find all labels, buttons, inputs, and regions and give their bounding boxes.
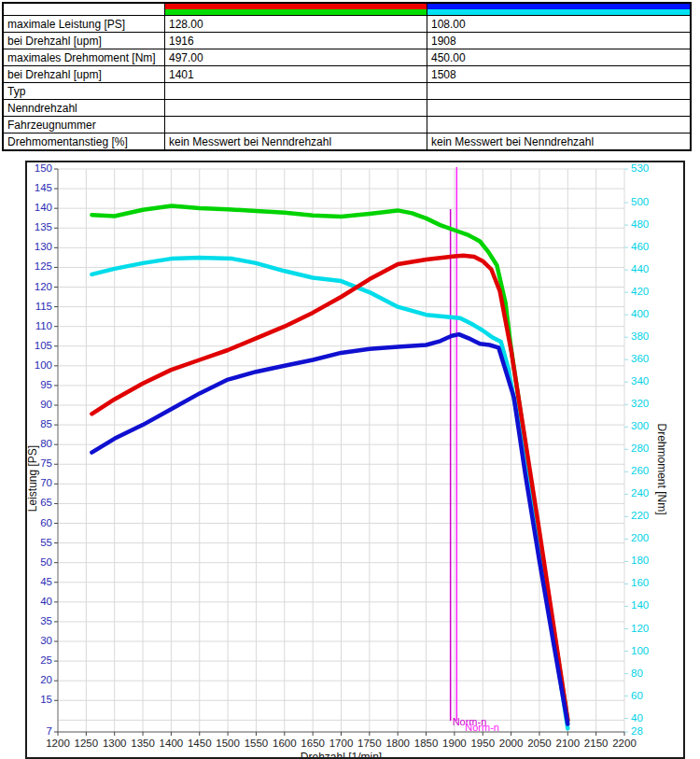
x-tick-label: 1450 [188,738,212,749]
legend-run1 [165,3,427,16]
dyno-chart-panel: 1520253035404550556065707580859095100105… [25,161,685,759]
y-left-tick-label: 120 [35,281,52,292]
run1-value: 1401 [165,66,427,83]
y-right-tick-label: 320 [631,398,649,409]
dyno-chart: 1520253035404550556065707580859095100105… [27,162,683,757]
y-left-tick-label: 140 [35,202,52,213]
run1-value: 497.00 [165,49,427,66]
x-tick-label: 1350 [131,738,155,749]
y-right-tick-label: 340 [631,375,649,387]
y-left-tick-label: 130 [35,241,52,252]
x-tick-label: 1800 [385,738,410,749]
y-left-tick-label: 110 [35,320,52,331]
run2-value: 108.00 [427,16,692,33]
y-left-axis-title: Leistung [PS] [27,445,39,512]
y-left-tick-label: 80 [40,438,52,449]
x-tick-label: 1300 [103,738,127,749]
y-right-tick-label: 400 [631,308,649,319]
row-label: Drehmomentanstieg [%] [3,134,165,151]
y-left-tick-label: 70 [40,477,52,488]
y-right-tick-label: 420 [631,286,649,297]
y-left-tick-label: 50 [40,556,52,568]
y-left-tick-label: 60 [40,517,52,528]
table-row: maximales Drehmoment [Nm]497.00450.00 [3,49,691,66]
x-tick-label: 1600 [273,738,297,749]
x-tick-label: 2050 [527,738,552,749]
torque-run2-curve [91,258,567,729]
table-row: bei Drehzahl [upm]19161908 [3,33,691,49]
legend-empty-cell [3,3,165,16]
y-right-tick-label: 260 [631,465,649,476]
x-tick-label: 1200 [46,738,70,749]
legend-run1-torque-bar [165,9,427,15]
x-tick-label: 2200 [612,738,637,749]
x-tick-label: 1900 [442,738,467,749]
y-right-tick-label: 120 [631,623,649,634]
y-left-tick-label: 55 [40,537,52,548]
y-left-tick-label: 125 [35,260,52,272]
y-left-tick-label: 45 [40,576,52,587]
x-axis-title: Drehzahl [1/min] [301,751,382,757]
y-right-tick-label: 220 [631,510,649,521]
table-row: Nenndrehzahl [3,100,691,117]
row-label: Nenndrehzahl [3,100,165,117]
y-left-tick-label: 100 [35,359,52,371]
run2-value: 1508 [427,66,692,83]
y-right-tick-label: 240 [631,487,649,499]
run1-value [165,117,427,134]
run2-value: 1908 [427,33,692,49]
y-left-tick-label: 35 [40,615,52,626]
row-label: maximales Drehmoment [Nm] [3,49,165,66]
norm-n-marker-label: Norm-n [465,722,499,733]
run2-value [427,117,692,134]
y-right-tick-label: 280 [631,443,649,454]
x-tick-label: 2150 [584,738,609,749]
table-row: bei Drehzahl [upm]14011508 [3,66,691,83]
y-right-tick-label: 40 [631,712,643,724]
row-label: Typ [3,83,165,100]
y-left-tick-label: 75 [40,457,52,469]
table-row: Drehmomentanstieg [%]kein Messwert bei N… [3,134,691,151]
y-left-tick-label: 30 [40,635,52,646]
run1-value: kein Messwert bei Nenndrehzahl [165,134,427,151]
y-right-tick-label: 360 [631,353,649,364]
y-left-tick-label: 40 [40,596,52,607]
y-left-tick-label: 7 [47,725,52,737]
y-right-tick-label: 530 [631,162,649,174]
run2-value [427,100,692,117]
y-left-tick-label: 115 [35,301,52,312]
y-left-tick-label: 90 [40,399,52,410]
y-right-tick-label: 80 [631,668,643,679]
x-tick-label: 1750 [357,738,382,749]
run1-value: 128.00 [165,16,427,33]
row-label: bei Drehzahl [upm] [3,33,165,49]
table-row: maximale Leistung [PS]128.00108.00 [3,16,691,33]
y-left-tick-label: 145 [35,182,52,193]
x-tick-label: 1500 [216,738,240,749]
y-left-tick-label: 85 [40,418,52,429]
y-left-tick-label: 65 [40,497,52,508]
y-left-tick-label: 20 [40,674,52,685]
y-right-tick-label: 60 [631,690,643,701]
x-tick-label: 1950 [470,738,495,749]
row-label: bei Drehzahl [upm] [3,66,165,83]
x-tick-label: 1550 [245,738,269,749]
x-tick-label: 1400 [160,738,184,749]
y-left-tick-label: 95 [40,379,52,390]
y-right-tick-label: 500 [631,196,649,207]
y-right-tick-label: 100 [631,645,649,656]
y-right-tick-label: 300 [631,420,649,431]
power-run2-curve [91,334,567,724]
row-label: Fahrzeugnummer [3,117,165,134]
y-right-tick-label: 380 [631,330,649,342]
y-right-tick-label: 480 [631,218,649,230]
y-right-tick-label: 440 [631,263,649,274]
y-left-tick-label: 25 [40,654,52,666]
measurement-table: maximale Leistung [PS]128.00108.00bei Dr… [2,2,692,151]
legend-run2-torque-bar [427,9,690,15]
run1-value: 1916 [165,33,427,49]
table-row: Typ [3,83,691,100]
x-tick-label: 2000 [499,738,524,749]
y-right-tick-label: 140 [631,599,649,611]
x-tick-label: 1850 [414,738,439,749]
